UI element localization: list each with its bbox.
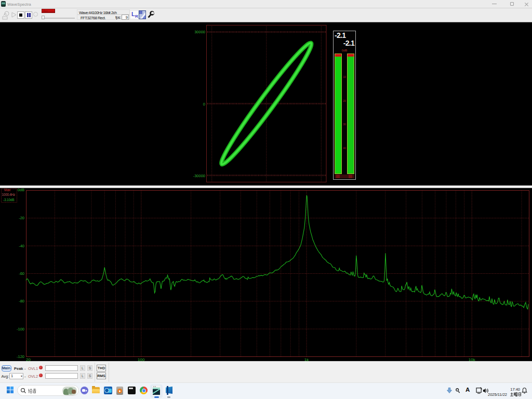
- svg-text:-60: -60: [19, 271, 24, 276]
- svg-text:Max: Max: [4, 188, 11, 192]
- svg-text:-80: -80: [19, 299, 24, 303]
- svg-text:-20: -20: [19, 216, 24, 220]
- svg-text:-40: -40: [19, 244, 24, 248]
- svg-text:0dB: 0dB: [18, 188, 24, 192]
- svg-text:1000.4Hz: 1000.4Hz: [2, 193, 15, 196]
- svg-text:-100: -100: [17, 327, 24, 331]
- svg-text:-120: -120: [17, 354, 24, 359]
- svg-text:-3.10dB: -3.10dB: [3, 198, 14, 202]
